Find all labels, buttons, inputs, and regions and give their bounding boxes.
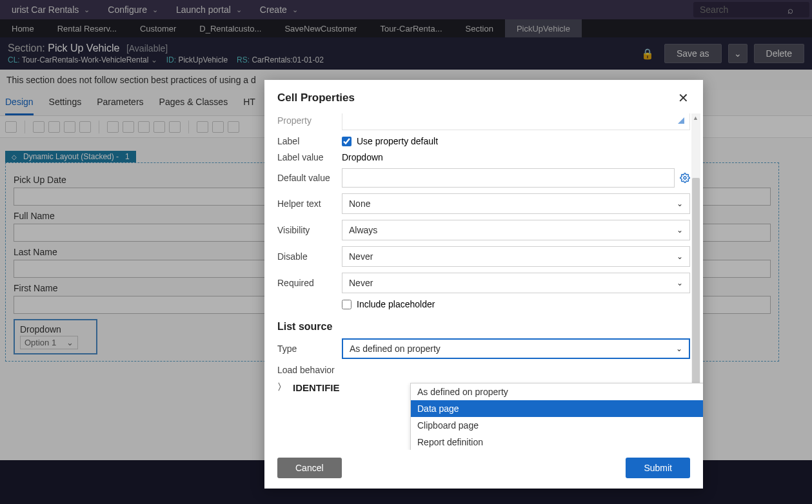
use-property-default-checkbox[interactable] <box>342 137 352 146</box>
svg-point-0 <box>684 177 686 179</box>
property-label: Property <box>277 115 342 126</box>
identifiers-label: IDENTIFIE <box>293 382 340 393</box>
cancel-button[interactable]: Cancel <box>277 458 342 478</box>
include-placeholder-checkbox[interactable] <box>342 300 352 309</box>
disable-select[interactable]: Never⌄ <box>342 246 690 267</box>
load-behavior-label: Load behavior <box>277 365 342 375</box>
visibility-label: Visibility <box>277 225 342 235</box>
type-option-report-definition[interactable]: Report definition <box>411 434 703 450</box>
helper-text-label: Helper text <box>277 199 342 209</box>
required-select[interactable]: Never⌄ <box>342 273 690 293</box>
type-option-as-defined[interactable]: As defined on property <box>411 383 703 400</box>
chevron-down-icon: ⌄ <box>677 199 683 208</box>
default-value-label: Default value <box>277 173 342 183</box>
disable-label: Disable <box>277 251 342 262</box>
label-label: Label <box>277 136 342 146</box>
type-select[interactable]: As defined on property⌄ <box>342 338 690 359</box>
chevron-down-icon: ⌄ <box>677 252 683 261</box>
property-input[interactable] <box>342 113 690 130</box>
modal-title: Cell Properties <box>277 92 355 104</box>
type-option-data-page[interactable]: Data page <box>411 400 703 417</box>
submit-button[interactable]: Submit <box>626 458 690 478</box>
default-value-input[interactable] <box>342 168 675 188</box>
type-label: Type <box>277 344 342 354</box>
include-placeholder-text: Include placeholder <box>357 299 435 309</box>
gear-icon[interactable] <box>680 173 690 183</box>
chevron-down-icon: ⌄ <box>677 226 683 235</box>
required-label: Required <box>277 278 342 288</box>
chevron-down-icon: ⌄ <box>677 278 683 287</box>
close-icon[interactable]: ✕ <box>677 89 690 107</box>
use-property-default-text: Use property default <box>357 136 438 146</box>
chevron-down-icon: ⌄ <box>676 344 682 353</box>
chevron-right-icon: 〉 <box>277 382 286 393</box>
type-option-clipboard-page[interactable]: Clipboard page <box>411 417 703 434</box>
helper-text-select[interactable]: None⌄ <box>342 193 690 214</box>
visibility-select[interactable]: Always⌄ <box>342 220 690 240</box>
cell-properties-modal: Cell Properties ✕ Property Label Use pro… <box>264 80 703 489</box>
list-source-heading: List source <box>277 321 690 333</box>
type-dropdown-list: As defined on property Data page Clipboa… <box>410 383 703 450</box>
label-value-text: Dropdown <box>342 152 383 162</box>
label-value-label: Label value <box>277 152 342 162</box>
